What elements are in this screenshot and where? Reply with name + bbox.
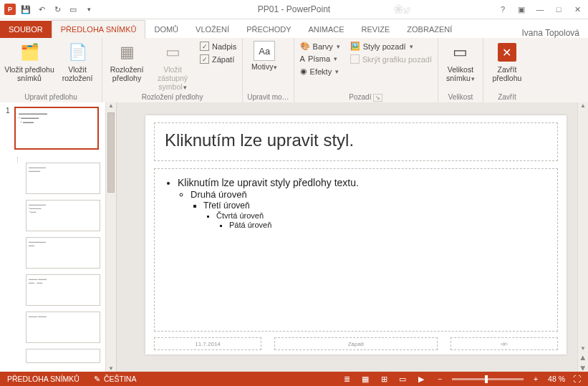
- slide-number-placeholder[interactable]: ‹#›: [450, 337, 558, 350]
- tab-insert[interactable]: VLOŽENÍ: [187, 21, 238, 38]
- effects-icon: ◉: [300, 67, 307, 76]
- close-master-view-button[interactable]: ✕ Zavřít předlohu: [488, 39, 526, 82]
- notes-button-icon[interactable]: ≣: [340, 374, 353, 384]
- qat-customize-icon[interactable]: ▾: [83, 4, 95, 15]
- zoom-slider[interactable]: [452, 378, 524, 380]
- close-master-icon: ✕: [498, 43, 516, 62]
- background-styles-icon: 🖼️: [350, 42, 360, 51]
- title-bar: P 💾 ↶ ↻ ▭ ▾ ❀⸙ PP01 - PowerPoint ? ▣ — □…: [0, 0, 588, 19]
- redo-icon[interactable]: ↻: [52, 4, 63, 15]
- status-language[interactable]: ✎ČEŠTINA: [87, 375, 144, 383]
- decorative-floral-icon: ❀⸙: [359, 0, 445, 19]
- layout-thumbnail[interactable]: ▬▬▬ ▬▬▬▬▬ ▬▬: [26, 274, 100, 306]
- layout-thumbnail[interactable]: [26, 349, 100, 363]
- group-edit-theme: Aa Motivy▾ Upravit mo…: [243, 38, 294, 102]
- insert-layout-button[interactable]: 📄 Vložit rozložení: [57, 39, 97, 82]
- help-icon[interactable]: ?: [496, 3, 509, 16]
- dialog-launcher-icon[interactable]: ↘: [373, 94, 382, 102]
- canvas-scrollbar[interactable]: ▲ ▼ ⯅ ⯆: [577, 102, 588, 372]
- master-layout-icon: ▦: [115, 41, 138, 64]
- workspace: 1 ▬▬▬▬▬▬▬▬▪ ▬▬▬▬▬ ▪ ▬▬▬ ▬▬▬▬▬▬▬▬▬▬ ▬▬▬▬▬…: [0, 102, 588, 372]
- date-placeholder[interactable]: 11.7.2014: [154, 337, 261, 350]
- themes-icon: Aa: [254, 41, 275, 61]
- title-placeholder[interactable]: Kliknutím lze upravit styl.: [154, 122, 558, 161]
- group-edit-master: 🗂️ Vložit předlohu snímků 📄 Vložit rozlo…: [0, 38, 102, 102]
- ribbon-display-options-icon[interactable]: ▣: [515, 3, 528, 16]
- insert-placeholder-icon: ▭: [161, 41, 184, 64]
- tab-transitions[interactable]: PŘECHODY: [238, 21, 299, 38]
- insert-slide-master-button[interactable]: 🗂️ Vložit předlohu snímků: [4, 39, 54, 82]
- footer-placeholder[interactable]: Zápatí: [274, 337, 438, 350]
- reading-view-icon[interactable]: ▭: [396, 374, 409, 384]
- effects-button[interactable]: ◉Efekty▾: [299, 66, 342, 77]
- slide-canvas-area: Kliknutím lze upravit styl. Kliknutím lz…: [117, 102, 588, 372]
- bullet-level-3: Třetí úroveň: [203, 201, 547, 211]
- signed-in-user[interactable]: Ivana Topolová: [513, 28, 588, 38]
- insert-layout-icon: 📄: [66, 41, 89, 64]
- thumbnail-scrollbar[interactable]: ▲ ▼: [105, 102, 116, 372]
- checkbox-checked-icon: ✓: [200, 42, 209, 51]
- group-size: ▭ Velikost snímku▾ Velikost: [438, 38, 483, 102]
- start-from-beginning-icon[interactable]: ▭: [67, 4, 79, 15]
- minimize-icon[interactable]: —: [534, 3, 546, 16]
- zoom-out-button[interactable]: −: [433, 374, 446, 384]
- layout-thumbnail[interactable]: ▬▬▬▬▬▬▪▬▬▬▬ ▪▬▬: [26, 200, 100, 231]
- fit-to-window-icon[interactable]: ⛶: [571, 374, 584, 384]
- hide-background-graphics-checkbox[interactable]: Skrýt grafiku pozadí: [349, 54, 433, 64]
- zoom-slider-thumb[interactable]: [485, 375, 488, 383]
- normal-view-icon[interactable]: ▦: [359, 374, 372, 384]
- scrollbar-thumb[interactable]: [107, 112, 115, 193]
- app-logo-icon: P: [4, 4, 16, 15]
- scroll-up-icon[interactable]: ▲: [106, 102, 116, 109]
- colors-button[interactable]: 🎨Barvy▾: [299, 41, 342, 52]
- footers-checkbox[interactable]: ✓Zápatí: [198, 54, 238, 64]
- zoom-level[interactable]: 48 %: [548, 375, 565, 383]
- status-view-mode[interactable]: PŘEDLOHA SNÍMKŮ: [0, 375, 87, 383]
- quick-access-toolbar: P 💾 ↶ ↻ ▭ ▾: [0, 4, 99, 15]
- fonts-icon: A: [300, 54, 305, 63]
- layout-thumbnail[interactable]: ▬▬▬ ▬▬▬: [26, 312, 100, 343]
- layout-thumbnail[interactable]: ▬▬▬▬▬▬▬▬▬▬: [26, 163, 100, 194]
- file-tab[interactable]: SOUBOR: [0, 21, 52, 38]
- tab-home[interactable]: DOMŮ: [145, 21, 187, 38]
- layout-thumbnail[interactable]: ▬▬▬▬▬▬▬▬: [26, 237, 100, 269]
- group-background: 🎨Barvy▾ APísma▾ ◉Efekty▾ 🖼️Styly pozadí▾…: [294, 38, 438, 102]
- undo-icon[interactable]: ↶: [36, 4, 47, 15]
- bullet-level-5: Pátá úroveň: [229, 221, 547, 229]
- slide-size-button[interactable]: ▭ Velikost snímku▾: [443, 39, 478, 83]
- background-styles-button[interactable]: 🖼️Styly pozadí▾: [349, 41, 433, 52]
- slideshow-view-icon[interactable]: ▶: [415, 374, 428, 384]
- fonts-button[interactable]: APísma▾: [299, 54, 342, 64]
- master-layout-button[interactable]: ▦ Rozložení předlohy: [107, 39, 147, 82]
- colors-icon: 🎨: [300, 42, 310, 51]
- scroll-down-icon[interactable]: ▼: [578, 345, 588, 352]
- zoom-in-button[interactable]: +: [529, 374, 542, 384]
- previous-slide-icon[interactable]: ⯅: [578, 355, 588, 362]
- tab-animations[interactable]: ANIMACE: [299, 21, 352, 38]
- group-master-layout: ▦ Rozložení předlohy ▭ Vložit zástupný s…: [102, 38, 243, 102]
- checkbox-unchecked-icon: [350, 54, 360, 64]
- tab-view[interactable]: ZOBRAZENÍ: [398, 21, 461, 38]
- maximize-icon[interactable]: □: [552, 3, 565, 16]
- slide-sorter-view-icon[interactable]: ⊞: [377, 374, 390, 384]
- thumbnail-connector: [17, 157, 26, 163]
- scroll-down-icon[interactable]: ▼: [106, 365, 116, 372]
- insert-placeholder-button[interactable]: ▭ Vložit zástupný symbol▾: [150, 39, 196, 92]
- tab-slide-master[interactable]: PŘEDLOHA SNÍMKŮ: [52, 20, 146, 39]
- bullet-level-4: Čtvrtá úroveň: [216, 211, 547, 220]
- spellcheck-icon: ✎: [94, 375, 100, 383]
- master-thumbnail[interactable]: ▬▬▬▬▬▬▬▬▪ ▬▬▬▬▬ ▪ ▬▬▬: [14, 107, 99, 150]
- themes-button[interactable]: Aa Motivy▾: [247, 39, 281, 72]
- master-number: 1: [6, 107, 11, 115]
- body-placeholder[interactable]: Kliknutím lze upravit styly předlohy tex…: [154, 168, 558, 332]
- slide-size-icon: ▭: [449, 41, 472, 64]
- checkbox-checked-icon: ✓: [200, 54, 209, 64]
- insert-slide-master-icon: 🗂️: [18, 41, 41, 64]
- next-slide-icon[interactable]: ⯆: [578, 365, 588, 372]
- close-window-icon[interactable]: ✕: [571, 3, 584, 16]
- tab-review[interactable]: REVIZE: [353, 21, 399, 38]
- scroll-up-icon[interactable]: ▲: [578, 102, 588, 109]
- save-icon[interactable]: 💾: [20, 4, 32, 15]
- title-checkbox[interactable]: ✓Nadpis: [198, 41, 238, 52]
- slide-master-canvas[interactable]: Kliknutím lze upravit styl. Kliknutím lz…: [145, 115, 567, 354]
